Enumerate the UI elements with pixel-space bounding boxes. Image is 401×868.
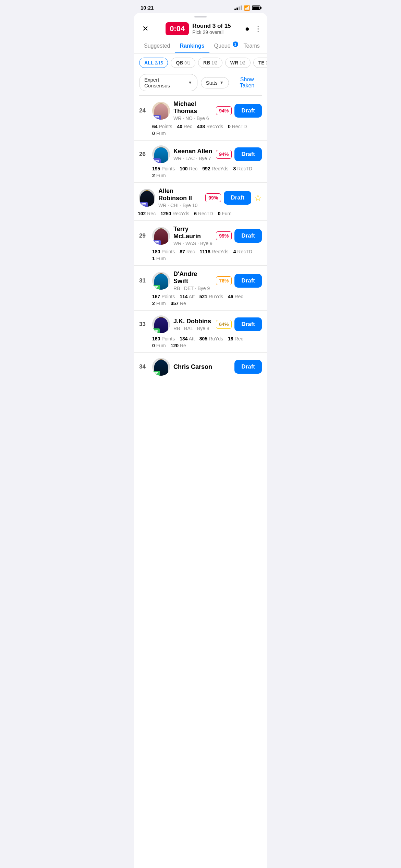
player-rank: 34 xyxy=(139,363,149,370)
stats-filter[interactable]: Stats ▼ xyxy=(201,77,229,88)
drag-indicator xyxy=(134,13,267,20)
player-avatar: WR xyxy=(152,145,170,163)
player-card-michael-thomas: 24 WR Michael Thomas WR · NO · Bye 6 94%… xyxy=(134,96,267,141)
player-actions: 99% Draft xyxy=(216,229,262,243)
timer-badge: 0:04 xyxy=(166,22,189,35)
header: ✕ 0:04 Round 3 of 15 Pick 29 overall ● ⋮ xyxy=(134,20,267,39)
player-card-allen-robinson: WR Allen Robinson II WR · CHI · Bye 10 9… xyxy=(134,183,267,221)
player-avatar: WR xyxy=(152,227,170,245)
player-rank: 24 xyxy=(139,107,149,114)
player-stats: 64 Points 40 Rec 438 RecYds 0 RecTD 0 Fu… xyxy=(152,124,262,136)
player-name: J.K. Dobbins xyxy=(173,318,212,325)
round-title: Round 3 of 15 xyxy=(192,23,231,29)
draft-button[interactable]: Draft xyxy=(234,147,262,161)
player-info: Chris Carson xyxy=(173,363,226,371)
player-meta: RB · DET · Bye 9 xyxy=(173,286,212,291)
player-actions: 99% Draft ☆ xyxy=(205,191,262,205)
player-info: D'Andre Swift RB · DET · Bye 9 xyxy=(173,270,212,291)
player-info: J.K. Dobbins RB · BAL · Bye 8 xyxy=(173,318,212,331)
player-avatar: WR xyxy=(152,102,170,120)
player-stats: 167 Points 114 Att 521 RuYds 46 Rec 2 Fu… xyxy=(152,294,262,306)
position-tag: WR xyxy=(152,240,161,245)
show-taken-button[interactable]: Show Taken xyxy=(232,76,262,89)
player-avatar: WR xyxy=(139,189,155,207)
player-name: Michael Thomas xyxy=(173,100,212,115)
pick-subtitle: Pick 29 overall xyxy=(192,29,231,35)
player-rank: 33 xyxy=(139,321,149,328)
search-icon[interactable]: ● xyxy=(245,24,250,33)
expert-consensus-filter[interactable]: Expert Consensus ▼ xyxy=(139,74,197,91)
chevron-down-icon: ▼ xyxy=(220,80,224,85)
player-meta: RB · BAL · Bye 8 xyxy=(173,326,212,331)
filter-wr[interactable]: WR 1/2 xyxy=(225,58,251,68)
draft-pct-badge: 64% xyxy=(216,320,232,329)
player-info: Allen Robinson II WR · CHI · Bye 10 xyxy=(158,188,202,208)
position-tag: RB xyxy=(152,371,160,376)
filter-te[interactable]: TE 0/1 xyxy=(253,58,267,68)
tab-picks[interactable]: Picks xyxy=(265,39,267,53)
position-tag: RB xyxy=(152,328,160,333)
player-stats: 195 Points 100 Rec 992 RecYds 8 RecTD 2 … xyxy=(152,166,262,178)
status-bar: 10:21 📶 xyxy=(134,0,267,13)
tab-queue[interactable]: Queue 1 xyxy=(209,39,239,53)
draft-pct-badge: 99% xyxy=(216,231,232,240)
draft-button[interactable]: Draft xyxy=(224,191,251,205)
player-stats: 180 Points 87 Rec 1118 RecYds 4 RecTD 1 … xyxy=(152,249,262,261)
player-meta: WR · WAS · Bye 9 xyxy=(173,241,212,246)
player-avatar: RB xyxy=(152,272,170,290)
draft-button[interactable]: Draft xyxy=(234,104,262,118)
player-info: Keenan Allen WR · LAC · Bye 7 xyxy=(173,148,212,161)
position-tag: RB xyxy=(152,285,160,290)
filter-qb[interactable]: QB 0/1 xyxy=(171,58,195,68)
player-actions: 94% Draft xyxy=(216,104,262,118)
queue-badge: 1 xyxy=(233,41,238,47)
tab-suggested[interactable]: Suggested xyxy=(139,39,175,53)
tabs-bar: Suggested Rankings Queue 1 Teams Picks xyxy=(134,39,267,53)
more-options-icon[interactable]: ⋮ xyxy=(254,24,262,33)
player-rank: 29 xyxy=(139,232,149,239)
star-button[interactable]: ☆ xyxy=(254,193,262,203)
player-actions: Draft xyxy=(226,360,262,374)
draft-button[interactable]: Draft xyxy=(234,274,262,288)
drag-pill xyxy=(194,16,207,17)
draft-button[interactable]: Draft xyxy=(234,317,262,331)
player-rank: 31 xyxy=(139,277,149,284)
player-avatar: RB xyxy=(152,358,170,376)
tab-rankings[interactable]: Rankings xyxy=(175,39,209,53)
position-tag: WR xyxy=(152,158,161,163)
status-time: 10:21 xyxy=(141,5,154,11)
position-tag: WR xyxy=(152,115,161,120)
chevron-down-icon: ▼ xyxy=(188,80,192,85)
round-info: Round 3 of 15 Pick 29 overall xyxy=(192,23,231,35)
player-avatar: RB xyxy=(152,315,170,333)
player-card-dandre-swift: 31 RB D'Andre Swift RB · DET · Bye 9 76%… xyxy=(134,266,267,311)
player-card-terry-mclaurin: 29 WR Terry McLaurin WR · WAS · Bye 9 99… xyxy=(134,221,267,266)
player-list: 24 WR Michael Thomas WR · NO · Bye 6 94%… xyxy=(134,96,267,379)
player-meta: WR · CHI · Bye 10 xyxy=(158,203,202,208)
player-name: Allen Robinson II xyxy=(158,188,202,202)
player-name: Terry McLaurin xyxy=(173,226,212,240)
player-meta: WR · NO · Bye 6 xyxy=(173,116,212,121)
filter-rb[interactable]: RB 1/2 xyxy=(198,58,222,68)
player-meta: WR · LAC · Bye 7 xyxy=(173,156,212,161)
player-info: Michael Thomas WR · NO · Bye 6 xyxy=(173,100,212,121)
header-icons: ● ⋮ xyxy=(245,24,262,33)
player-actions: 64% Draft xyxy=(216,317,262,331)
player-name: D'Andre Swift xyxy=(173,270,212,285)
player-info: Terry McLaurin WR · WAS · Bye 9 xyxy=(173,226,212,246)
position-tag: WR xyxy=(139,202,148,207)
tab-teams[interactable]: Teams xyxy=(239,39,265,53)
position-filters: ALL 2/15 QB 0/1 RB 1/2 WR 1/2 TE 0/1 FLX… xyxy=(134,53,267,71)
close-icon: ✕ xyxy=(142,25,148,33)
player-name: Keenan Allen xyxy=(173,148,212,155)
draft-button[interactable]: Draft xyxy=(234,360,262,374)
player-stats: 102 Rec 1250 RecYds 6 RecTD 0 Fum xyxy=(138,211,262,216)
draft-pct-badge: 76% xyxy=(216,276,232,285)
player-actions: 94% Draft xyxy=(216,147,262,161)
filter-all[interactable]: ALL 2/15 xyxy=(139,58,168,68)
draft-pct-badge: 94% xyxy=(216,106,232,115)
status-icons: 📶 xyxy=(234,5,260,11)
draft-button[interactable]: Draft xyxy=(234,229,262,243)
close-button[interactable]: ✕ xyxy=(139,23,151,35)
timer-section: 0:04 Round 3 of 15 Pick 29 overall xyxy=(166,22,231,35)
